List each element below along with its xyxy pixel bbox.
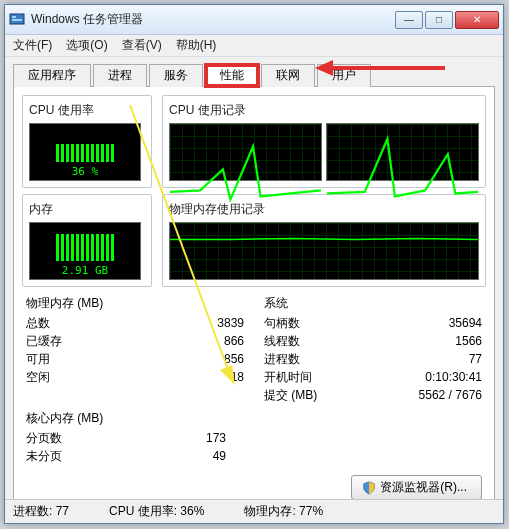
memory-value: 2.91 GB [30,264,140,277]
sys-uptime-label: 开机时间 [264,368,312,386]
tab-bar: 应用程序 进程 服务 性能 联网 用户 [13,63,495,87]
sys-procs-value: 77 [469,350,482,368]
kernel-header: 核心内存 (MB) [26,410,482,427]
sys-handles-label: 句柄数 [264,314,300,332]
sys-handles-value: 35694 [449,314,482,332]
memory-gauge: 2.91 GB [29,222,141,280]
kernel-nonpaged-value: 49 [213,447,226,465]
status-cpu: CPU 使用率: 36% [109,503,204,520]
status-phys: 物理内存: 77% [244,503,323,520]
memory-group: 内存 2.91 GB [22,194,152,287]
cpu-usage-label: CPU 使用率 [29,102,145,119]
phys-free-value: 18 [231,368,244,386]
menu-file[interactable]: 文件(F) [13,37,52,54]
cpu-usage-gauge: 36 % [29,123,141,181]
resource-monitor-button[interactable]: 资源监视器(R)... [351,475,482,500]
sys-procs-label: 进程数 [264,350,300,368]
menu-help[interactable]: 帮助(H) [176,37,217,54]
phys-cached-value: 866 [224,332,244,350]
resource-monitor-label: 资源监视器(R)... [380,479,467,496]
phys-mem-stats: 物理内存 (MB) 总数3839 已缓存866 可用856 空闲18 [26,295,244,404]
cpu-history-chart-2 [326,123,479,181]
task-manager-window: Windows 任务管理器 — □ ✕ 文件(F) 选项(O) 查看(V) 帮助… [4,4,504,524]
phys-avail-label: 可用 [26,350,50,368]
kernel-nonpaged-label: 未分页 [26,447,62,465]
sys-threads-value: 1566 [455,332,482,350]
close-button[interactable]: ✕ [455,11,499,29]
phys-avail-value: 856 [224,350,244,368]
menu-options[interactable]: 选项(O) [66,37,107,54]
titlebar[interactable]: Windows 任务管理器 — □ ✕ [5,5,503,35]
system-stats: 系统 句柄数35694 线程数1566 进程数77 开机时间0:10:30:41… [264,295,482,404]
tab-networking[interactable]: 联网 [261,64,315,87]
shield-icon [362,481,376,495]
tab-performance[interactable]: 性能 [205,64,259,87]
kernel-mem-stats: 核心内存 (MB) 分页数173 未分页49 资源监视器(R)... [22,410,486,500]
kernel-paged-value: 173 [206,429,226,447]
window-title: Windows 任务管理器 [31,11,393,28]
menu-view[interactable]: 查看(V) [122,37,162,54]
minimize-button[interactable]: — [395,11,423,29]
tab-users[interactable]: 用户 [317,64,371,87]
phys-total-label: 总数 [26,314,50,332]
cpu-history-chart-1 [169,123,322,181]
app-icon [9,12,25,28]
status-bar: 进程数: 77 CPU 使用率: 36% 物理内存: 77% [5,499,503,523]
sys-commit-label: 提交 (MB) [264,386,317,404]
performance-panel: CPU 使用率 36 % CPU 使用记录 [13,87,495,517]
sys-threads-label: 线程数 [264,332,300,350]
cpu-history-group: CPU 使用记录 [162,95,486,188]
status-processes: 进程数: 77 [13,503,69,520]
system-header: 系统 [264,295,482,312]
cpu-history-label: CPU 使用记录 [169,102,479,119]
phys-cached-label: 已缓存 [26,332,62,350]
tab-services[interactable]: 服务 [149,64,203,87]
cpu-usage-value: 36 % [30,165,140,178]
menubar: 文件(F) 选项(O) 查看(V) 帮助(H) [5,35,503,57]
phys-mem-header: 物理内存 (MB) [26,295,244,312]
svg-rect-2 [12,19,22,21]
kernel-paged-label: 分页数 [26,429,62,447]
tab-applications[interactable]: 应用程序 [13,64,91,87]
phys-total-value: 3839 [217,314,244,332]
memory-label: 内存 [29,201,145,218]
sys-commit-value: 5562 / 7676 [419,386,482,404]
phys-history-chart [169,222,479,280]
svg-rect-1 [12,16,16,18]
tab-processes[interactable]: 进程 [93,64,147,87]
sys-uptime-value: 0:10:30:41 [425,368,482,386]
cpu-usage-group: CPU 使用率 36 % [22,95,152,188]
phys-free-label: 空闲 [26,368,50,386]
maximize-button[interactable]: □ [425,11,453,29]
